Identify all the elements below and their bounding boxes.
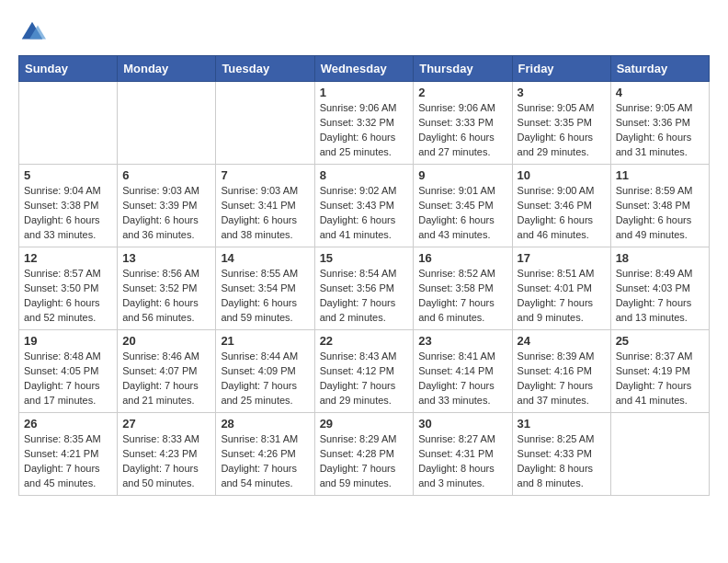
- calendar-cell: 21Sunrise: 8:44 AM Sunset: 4:09 PM Dayli…: [216, 330, 314, 413]
- cell-content: Sunrise: 8:41 AM Sunset: 4:14 PM Dayligh…: [418, 350, 506, 408]
- calendar-cell: 27Sunrise: 8:33 AM Sunset: 4:23 PM Dayli…: [118, 413, 216, 496]
- day-number: 29: [320, 417, 409, 431]
- cell-content: Sunrise: 8:35 AM Sunset: 4:21 PM Dayligh…: [24, 432, 112, 491]
- calendar-cell: 31Sunrise: 8:25 AM Sunset: 4:33 PM Dayli…: [512, 413, 610, 496]
- calendar-cell: 30Sunrise: 8:27 AM Sunset: 4:31 PM Dayli…: [414, 413, 512, 496]
- day-number: 19: [24, 334, 112, 348]
- day-header-sunday: Sunday: [19, 56, 118, 82]
- calendar-cell: [216, 82, 314, 165]
- day-header-wednesday: Wednesday: [314, 56, 414, 82]
- day-header-tuesday: Tuesday: [216, 56, 314, 82]
- day-number: 24: [518, 334, 606, 348]
- cell-content: Sunrise: 9:02 AM Sunset: 3:43 PM Dayligh…: [320, 184, 409, 243]
- day-number: 20: [122, 334, 210, 348]
- calendar-cell: 20Sunrise: 8:46 AM Sunset: 4:07 PM Dayli…: [118, 330, 216, 413]
- calendar-cell: 9Sunrise: 9:01 AM Sunset: 3:45 PM Daylig…: [414, 165, 512, 247]
- cell-content: Sunrise: 8:37 AM Sunset: 4:19 PM Dayligh…: [616, 350, 704, 408]
- day-header-thursday: Thursday: [414, 56, 512, 82]
- day-number: 22: [320, 334, 409, 348]
- calendar-cell: 3Sunrise: 9:05 AM Sunset: 3:35 PM Daylig…: [512, 82, 610, 165]
- cell-content: Sunrise: 9:05 AM Sunset: 3:36 PM Dayligh…: [616, 101, 704, 160]
- cell-content: Sunrise: 8:48 AM Sunset: 4:05 PM Dayligh…: [24, 350, 112, 408]
- day-number: 5: [24, 168, 112, 182]
- day-number: 26: [24, 417, 112, 431]
- day-number: 31: [518, 417, 606, 431]
- cell-content: Sunrise: 8:59 AM Sunset: 3:48 PM Dayligh…: [616, 184, 704, 243]
- calendar-cell: 24Sunrise: 8:39 AM Sunset: 4:16 PM Dayli…: [512, 330, 610, 413]
- calendar-cell: 8Sunrise: 9:02 AM Sunset: 3:43 PM Daylig…: [314, 165, 414, 247]
- cell-content: Sunrise: 9:05 AM Sunset: 3:35 PM Dayligh…: [518, 101, 606, 160]
- calendar-cell: 7Sunrise: 9:03 AM Sunset: 3:41 PM Daylig…: [216, 165, 314, 247]
- day-number: 13: [122, 251, 210, 265]
- day-number: 15: [320, 251, 409, 265]
- calendar-cell: 13Sunrise: 8:56 AM Sunset: 3:52 PM Dayli…: [118, 247, 216, 330]
- week-row-3: 12Sunrise: 8:57 AM Sunset: 3:50 PM Dayli…: [19, 247, 710, 330]
- cell-content: Sunrise: 8:27 AM Sunset: 4:31 PM Dayligh…: [418, 432, 506, 491]
- cell-content: Sunrise: 9:03 AM Sunset: 3:39 PM Dayligh…: [122, 184, 210, 243]
- calendar-cell: 23Sunrise: 8:41 AM Sunset: 4:14 PM Dayli…: [414, 330, 512, 413]
- cell-content: Sunrise: 8:31 AM Sunset: 4:26 PM Dayligh…: [221, 432, 309, 491]
- cell-content: Sunrise: 9:01 AM Sunset: 3:45 PM Dayligh…: [418, 184, 506, 243]
- calendar-table: SundayMondayTuesdayWednesdayThursdayFrid…: [18, 55, 710, 496]
- week-row-4: 19Sunrise: 8:48 AM Sunset: 4:05 PM Dayli…: [19, 330, 710, 413]
- calendar-cell: 12Sunrise: 8:57 AM Sunset: 3:50 PM Dayli…: [19, 247, 118, 330]
- cell-content: Sunrise: 8:44 AM Sunset: 4:09 PM Dayligh…: [221, 350, 309, 408]
- calendar-cell: 26Sunrise: 8:35 AM Sunset: 4:21 PM Dayli…: [19, 413, 118, 496]
- calendar-cell: 18Sunrise: 8:49 AM Sunset: 4:03 PM Dayli…: [610, 247, 709, 330]
- cell-content: Sunrise: 8:29 AM Sunset: 4:28 PM Dayligh…: [320, 432, 409, 491]
- calendar-cell: 10Sunrise: 9:00 AM Sunset: 3:46 PM Dayli…: [512, 165, 610, 247]
- calendar-cell: 17Sunrise: 8:51 AM Sunset: 4:01 PM Dayli…: [512, 247, 610, 330]
- day-header-saturday: Saturday: [610, 56, 709, 82]
- cell-content: Sunrise: 9:06 AM Sunset: 3:33 PM Dayligh…: [418, 101, 506, 160]
- logo: [18, 18, 50, 46]
- calendar-cell: [19, 82, 118, 165]
- day-number: 21: [221, 334, 309, 348]
- day-number: 1: [320, 86, 409, 99]
- cell-content: Sunrise: 9:04 AM Sunset: 3:38 PM Dayligh…: [24, 184, 112, 243]
- day-number: 17: [518, 251, 606, 265]
- day-number: 8: [320, 168, 409, 182]
- logo-icon: [18, 18, 46, 46]
- calendar-cell: 14Sunrise: 8:55 AM Sunset: 3:54 PM Dayli…: [216, 247, 314, 330]
- calendar-cell: 1Sunrise: 9:06 AM Sunset: 3:32 PM Daylig…: [314, 82, 414, 165]
- day-number: 9: [418, 168, 506, 182]
- day-number: 16: [418, 251, 506, 265]
- day-number: 12: [24, 251, 112, 265]
- cell-content: Sunrise: 8:39 AM Sunset: 4:16 PM Dayligh…: [518, 350, 606, 408]
- calendar-cell: 11Sunrise: 8:59 AM Sunset: 3:48 PM Dayli…: [610, 165, 709, 247]
- day-number: 11: [616, 168, 704, 182]
- week-row-5: 26Sunrise: 8:35 AM Sunset: 4:21 PM Dayli…: [19, 413, 710, 496]
- cell-content: Sunrise: 8:43 AM Sunset: 4:12 PM Dayligh…: [320, 350, 409, 408]
- day-number: 23: [418, 334, 506, 348]
- calendar-cell: 19Sunrise: 8:48 AM Sunset: 4:05 PM Dayli…: [19, 330, 118, 413]
- cell-content: Sunrise: 8:46 AM Sunset: 4:07 PM Dayligh…: [122, 350, 210, 408]
- week-row-2: 5Sunrise: 9:04 AM Sunset: 3:38 PM Daylig…: [19, 165, 710, 247]
- day-number: 4: [616, 86, 704, 99]
- cell-content: Sunrise: 8:57 AM Sunset: 3:50 PM Dayligh…: [24, 267, 112, 326]
- header-row: SundayMondayTuesdayWednesdayThursdayFrid…: [19, 56, 710, 82]
- cell-content: Sunrise: 9:03 AM Sunset: 3:41 PM Dayligh…: [221, 184, 309, 243]
- calendar-cell: 22Sunrise: 8:43 AM Sunset: 4:12 PM Dayli…: [314, 330, 414, 413]
- calendar-cell: 4Sunrise: 9:05 AM Sunset: 3:36 PM Daylig…: [610, 82, 709, 165]
- calendar-cell: 2Sunrise: 9:06 AM Sunset: 3:33 PM Daylig…: [414, 82, 512, 165]
- calendar-cell: 15Sunrise: 8:54 AM Sunset: 3:56 PM Dayli…: [314, 247, 414, 330]
- calendar-cell: [610, 413, 709, 496]
- cell-content: Sunrise: 8:56 AM Sunset: 3:52 PM Dayligh…: [122, 267, 210, 326]
- calendar-cell: 25Sunrise: 8:37 AM Sunset: 4:19 PM Dayli…: [610, 330, 709, 413]
- cell-content: Sunrise: 8:52 AM Sunset: 3:58 PM Dayligh…: [418, 267, 506, 326]
- day-number: 10: [518, 168, 606, 182]
- day-number: 30: [418, 417, 506, 431]
- cell-content: Sunrise: 9:00 AM Sunset: 3:46 PM Dayligh…: [518, 184, 606, 243]
- day-number: 27: [122, 417, 210, 431]
- calendar-cell: 6Sunrise: 9:03 AM Sunset: 3:39 PM Daylig…: [118, 165, 216, 247]
- header: [18, 18, 710, 46]
- day-number: 2: [418, 86, 506, 99]
- day-number: 3: [518, 86, 606, 99]
- calendar-cell: 29Sunrise: 8:29 AM Sunset: 4:28 PM Dayli…: [314, 413, 414, 496]
- calendar-cell: 5Sunrise: 9:04 AM Sunset: 3:38 PM Daylig…: [19, 165, 118, 247]
- cell-content: Sunrise: 8:55 AM Sunset: 3:54 PM Dayligh…: [221, 267, 309, 326]
- week-row-1: 1Sunrise: 9:06 AM Sunset: 3:32 PM Daylig…: [19, 82, 710, 165]
- day-header-monday: Monday: [118, 56, 216, 82]
- day-number: 6: [122, 168, 210, 182]
- calendar-cell: 16Sunrise: 8:52 AM Sunset: 3:58 PM Dayli…: [414, 247, 512, 330]
